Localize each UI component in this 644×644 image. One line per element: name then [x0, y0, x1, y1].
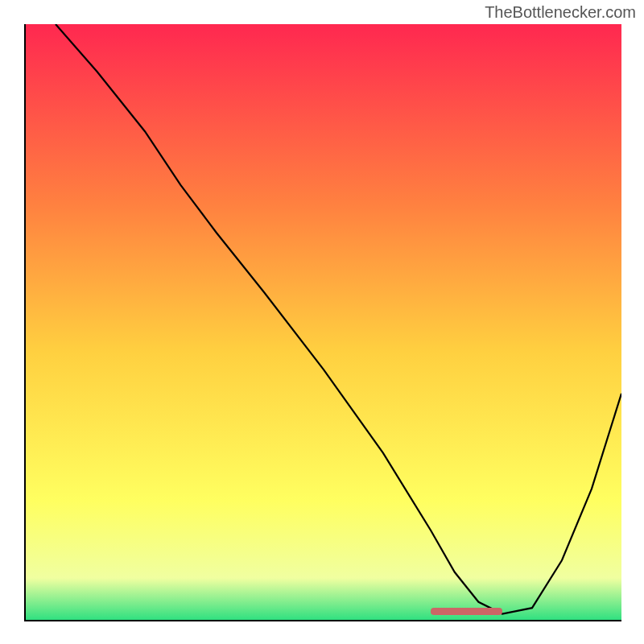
gradient-background — [26, 24, 621, 620]
watermark-text: TheBottlenecker.com — [485, 3, 636, 22]
chart-plot-area — [24, 24, 621, 621]
chart-svg — [26, 24, 621, 620]
optimal-zone-marker — [431, 608, 502, 615]
